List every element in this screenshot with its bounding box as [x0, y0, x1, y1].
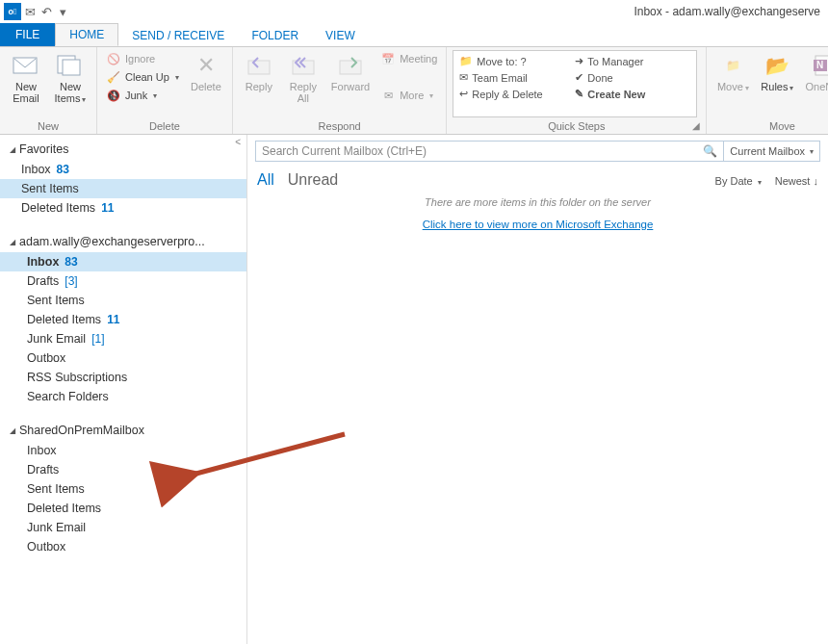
meeting-button[interactable]: 📅Meeting: [377, 50, 440, 67]
move-folder-icon: 📁: [718, 52, 747, 79]
create-new-icon: ✎: [575, 88, 583, 100]
delete-button[interactable]: ✕ Delete: [186, 50, 226, 94]
nav-fav-deleted[interactable]: Deleted Items11: [0, 198, 246, 218]
nav-a2-drafts[interactable]: Drafts: [0, 460, 246, 479]
ribbon-group-quicksteps: 📁Move to: ? ✉Team Email ↩Reply & Delete …: [447, 47, 707, 134]
nav-a1-outbox[interactable]: Outbox: [0, 348, 246, 368]
sort-order-dropdown[interactable]: Newest ↓: [775, 175, 818, 187]
team-email-icon: ✉: [459, 71, 468, 84]
ribbon-group-new: New Email New Items▾ New: [0, 47, 97, 134]
qs-replydel[interactable]: ↩Reply & Delete: [455, 86, 571, 102]
reply-delete-icon: ↩: [459, 88, 468, 100]
nav-a1-deleted[interactable]: Deleted Items11: [0, 310, 246, 329]
nav-a2-inbox[interactable]: Inbox: [0, 441, 246, 460]
folder-move-icon: 📁: [459, 55, 473, 67]
tab-send-receive[interactable]: SEND / RECEIVE: [118, 25, 238, 46]
nav-a1-drafts[interactable]: Drafts[3]: [0, 271, 246, 291]
chevron-down-icon: ◢: [10, 238, 15, 246]
new-items-icon: [56, 52, 85, 79]
qs-moveto[interactable]: 📁Move to: ?: [455, 53, 571, 69]
rules-button[interactable]: 📂Rules▾: [757, 50, 797, 95]
account2-header[interactable]: ◢SharedOnPremMailbox: [0, 420, 246, 441]
ribbon-group-move: 📁Move▾ 📂Rules▾ NOneNote Move: [707, 47, 828, 134]
body: < ◢Favorites Inbox83 Sent Items Deleted …: [0, 135, 828, 644]
ribbon-group-delete: 🚫Ignore 🧹Clean Up▾ 🚯Junk▾ ✕ Delete Delet…: [97, 47, 233, 134]
quicksteps-gallery[interactable]: 📁Move to: ? ✉Team Email ↩Reply & Delete …: [453, 50, 697, 117]
ignore-button[interactable]: 🚫Ignore: [103, 50, 182, 67]
nav-a2-sent[interactable]: Sent Items: [0, 479, 246, 499]
nav-a2-junk[interactable]: Junk Email: [0, 518, 246, 537]
tab-home[interactable]: HOME: [55, 23, 118, 46]
tab-folder[interactable]: FOLDER: [238, 25, 312, 46]
favorites-header[interactable]: ◢Favorites: [0, 139, 246, 160]
nav-a1-inbox[interactable]: Inbox83: [0, 252, 246, 271]
nav-fav-sent[interactable]: Sent Items: [0, 179, 246, 198]
title-bar: o⃞ ✉ ↶ ▾ Inbox - adam.wally@exchangeserv…: [0, 0, 828, 23]
nav-fav-inbox[interactable]: Inbox83: [0, 160, 246, 179]
nav-a2-deleted[interactable]: Deleted Items: [0, 499, 246, 518]
more-respond-button[interactable]: ✉More▾: [377, 87, 440, 104]
folder-pane: < ◢Favorites Inbox83 Sent Items Deleted …: [0, 135, 247, 644]
qat-customize-icon[interactable]: ▾: [60, 5, 66, 19]
tab-view[interactable]: VIEW: [312, 25, 369, 46]
filter-all[interactable]: All: [257, 171, 274, 189]
svg-rect-3: [248, 61, 270, 74]
qs-team[interactable]: ✉Team Email: [455, 69, 571, 86]
chevron-down-icon: ◢: [10, 145, 15, 154]
forward-icon: [336, 52, 365, 79]
ribbon-tabs: FILE HOME SEND / RECEIVE FOLDER VIEW: [0, 23, 828, 46]
onenote-icon: N: [812, 52, 828, 79]
account1-header[interactable]: ◢adam.wally@exchangeserverpro...: [0, 231, 246, 252]
window-title: Inbox - adam.wally@exchangeserve: [634, 5, 824, 18]
nav-a1-rss[interactable]: RSS Subscriptions: [0, 368, 246, 387]
svg-rect-5: [340, 61, 361, 74]
search-icon[interactable]: 🔍: [703, 144, 717, 158]
reply-all-button[interactable]: Reply All: [283, 50, 323, 106]
sort-by-dropdown[interactable]: By Date ▾: [715, 175, 762, 187]
rules-icon: 📂: [763, 52, 791, 79]
move-button[interactable]: 📁Move▾: [712, 50, 753, 95]
qs-create[interactable]: ✎Create New: [571, 86, 686, 102]
delete-icon: ✕: [192, 52, 220, 79]
search-scope-dropdown[interactable]: Current Mailbox▾: [724, 141, 820, 162]
reply-button[interactable]: Reply: [239, 50, 279, 94]
svg-rect-0: [13, 58, 37, 73]
svg-text:N: N: [816, 60, 823, 70]
qs-tomgr[interactable]: ➜To Manager: [571, 53, 686, 69]
nav-a2-outbox[interactable]: Outbox: [0, 537, 246, 556]
collapse-pane-icon[interactable]: <: [235, 137, 241, 147]
ribbon: New Email New Items▾ New 🚫Ignore 🧹Clean …: [0, 46, 828, 135]
junk-icon: 🚯: [106, 88, 121, 103]
meeting-icon: 📅: [380, 51, 396, 66]
outlook-app-icon: o⃞: [4, 3, 21, 20]
nav-a1-sent[interactable]: Sent Items: [0, 291, 246, 310]
reply-all-icon: [289, 52, 318, 79]
ignore-icon: 🚫: [106, 51, 121, 66]
filter-unread[interactable]: Unread: [288, 171, 338, 189]
undo-icon[interactable]: ↶: [41, 5, 52, 19]
forward-button[interactable]: Forward: [327, 50, 374, 94]
message-list-pane: Search Current Mailbox (Ctrl+E) 🔍 Curren…: [247, 135, 828, 644]
quick-access-toolbar: ✉ ↶ ▾: [25, 5, 66, 19]
tab-file[interactable]: FILE: [0, 23, 55, 46]
done-icon: ✔: [575, 71, 583, 84]
nav-a1-junk[interactable]: Junk Email[1]: [0, 329, 246, 348]
view-more-link[interactable]: Click here to view more on Microsoft Exc…: [255, 212, 820, 237]
dialog-launcher-icon[interactable]: ◢: [692, 120, 700, 131]
server-items-info: There are more items in this folder on t…: [255, 193, 820, 212]
new-email-icon: [12, 52, 40, 79]
qs-done[interactable]: ✔Done: [571, 69, 686, 86]
chevron-down-icon: ◢: [10, 426, 15, 435]
junk-button[interactable]: 🚯Junk▾: [103, 87, 182, 104]
filter-row: All Unread By Date ▾ Newest ↓: [255, 162, 820, 193]
to-manager-icon: ➜: [575, 55, 583, 67]
svg-rect-2: [63, 60, 80, 75]
new-items-button[interactable]: New Items▾: [50, 50, 91, 107]
nav-a1-search[interactable]: Search Folders: [0, 387, 246, 406]
cleanup-icon: 🧹: [106, 69, 121, 85]
search-input[interactable]: Search Current Mailbox (Ctrl+E) 🔍: [255, 141, 724, 162]
cleanup-button[interactable]: 🧹Clean Up▾: [103, 68, 182, 86]
send-receive-qat-icon[interactable]: ✉: [25, 5, 36, 19]
new-email-button[interactable]: New Email: [6, 50, 46, 106]
onenote-button[interactable]: NOneNote: [801, 50, 828, 94]
